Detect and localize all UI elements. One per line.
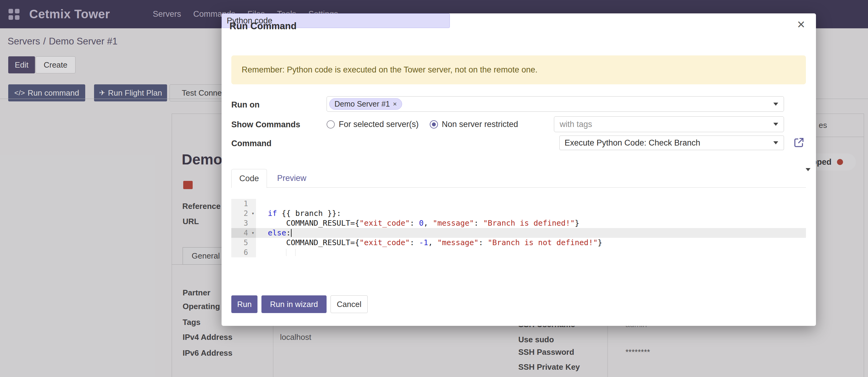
editor-line-number[interactable]: 2▾ [231,209,256,219]
code-token: : [286,228,291,237]
code-token: COMMAND_RESULT={ [268,238,360,247]
code-token: {{ branch }}: [277,209,341,218]
command-value: Execute Python Code: Check Branch [564,138,700,148]
code-token: if [268,209,277,218]
radio-icon[interactable] [327,120,335,128]
code-token: : [478,238,488,247]
editor-code-line[interactable]: COMMAND_RESULT={"exit_code": 0, "message… [256,219,806,228]
editor-code-line[interactable] [256,248,806,257]
code-token: else [268,228,286,237]
editor-line-number[interactable]: 5 [231,238,256,248]
editor-line-number[interactable]: 3 [231,219,256,228]
editor-tabs: Code Preview [231,169,806,187]
editor-gutter: 12▾34▾56 [231,199,256,257]
code-token: : [410,238,419,247]
show-commands-radio-group: For selected server(s) Non server restri… [327,116,518,132]
fold-arrow-icon[interactable]: ▾ [251,209,254,219]
run-button[interactable]: Run [231,295,257,313]
code-token: -1 [419,238,428,247]
dialog-title: Run Command [229,21,297,32]
with-tags-placeholder: with tags [560,120,592,129]
code-token: , [428,238,437,247]
run-on-select[interactable]: Demo Server #1 × [327,96,784,112]
code-editor[interactable]: 12▾34▾56 if {{ branch }}: COMMAND_RESULT… [231,199,806,258]
code-token: : [474,219,483,228]
editor-code-line[interactable]: if {{ branch }}: [256,209,806,219]
indent-guide [286,249,286,256]
chevron-down-icon [773,103,778,106]
indent-guide [295,249,296,256]
radio-non-server-restricted[interactable]: Non server restricted [430,120,518,129]
editor-code-line[interactable] [256,199,806,209]
command-label: Command [231,139,272,148]
dialog-footer: Run Run in wizard Cancel [231,295,368,313]
editor-code-line[interactable]: else: [256,228,806,238]
server-tag-label: Demo Server #1 [335,99,390,108]
radio-selected-icon[interactable] [430,120,438,128]
code-token: COMMAND_RESULT={ [268,219,360,228]
editor-line-number[interactable]: 4▾ [231,228,256,238]
chevron-down-icon [773,123,778,126]
code-token: "message" [433,219,474,228]
radio-label: Non server restricted [442,120,518,129]
text-cursor [291,229,291,237]
code-token: , [424,219,433,228]
external-link-icon[interactable] [793,137,805,149]
chevron-down-icon [806,168,810,171]
run-command-dialog: Run Command × Remember: Python code is e… [222,13,816,326]
editor-code: if {{ branch }}: COMMAND_RESULT={"exit_c… [256,199,806,257]
code-token: "Branch is defined!" [483,219,575,228]
editor-line-number[interactable]: 1 [231,199,256,209]
warning-alert: Remember: Python code is executed on the… [231,55,806,84]
with-tags-select[interactable]: with tags [554,116,784,132]
code-token: } [598,238,602,247]
radio-label: For selected server(s) [339,120,419,129]
server-tag[interactable]: Demo Server #1 × [329,98,402,110]
code-token: 0 [419,219,424,228]
fold-arrow-icon[interactable]: ▾ [251,228,254,238]
tab-code[interactable]: Code [231,169,267,188]
radio-for-selected-servers[interactable]: For selected server(s) [327,120,419,129]
run-in-wizard-button[interactable]: Run in wizard [261,295,327,313]
code-token: } [575,219,580,228]
close-icon[interactable]: × [797,18,805,31]
chevron-down-icon [773,141,778,144]
cancel-button[interactable]: Cancel [331,295,368,313]
code-token: "exit_code" [360,219,410,228]
tab-preview[interactable]: Preview [267,169,316,187]
tag-remove-icon[interactable]: × [393,100,397,108]
code-token: "exit_code" [360,238,410,247]
run-on-label: Run on [231,100,259,110]
show-commands-label: Show Commands [231,120,300,129]
editor-line-number[interactable]: 6 [231,248,256,257]
code-token: : [410,219,419,228]
command-select[interactable]: Execute Python Code: Check Branch [559,136,784,150]
editor-code-line[interactable]: COMMAND_RESULT={"exit_code": -1, "messag… [256,238,806,248]
code-token: "Branch is not defined!" [488,238,598,247]
code-token: "message" [437,238,478,247]
